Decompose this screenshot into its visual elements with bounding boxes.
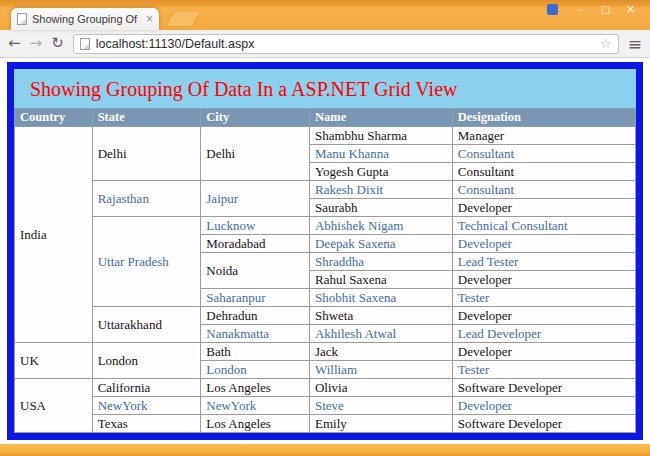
- grid-cell: Delhi: [92, 127, 201, 181]
- data-grid: CountryStateCityNameDesignation IndiaDel…: [14, 108, 636, 433]
- grid-header-row: CountryStateCityNameDesignation: [15, 109, 636, 127]
- grid-cell: Developer: [452, 235, 635, 253]
- grid-header-cell: Country: [15, 109, 93, 127]
- grid-cell: Akhilesh Atwal: [309, 325, 452, 343]
- grid-cell: William: [309, 361, 452, 379]
- page-content: Showing Grouping Of Data In a ASP.NET Gr…: [0, 58, 650, 444]
- grid-row: RajasthanJaipurRakesh DixitConsultant: [15, 181, 636, 199]
- grid-cell: Delhi: [201, 127, 310, 181]
- refresh-icon[interactable]: ↻: [51, 36, 64, 51]
- grid-cell: Jaipur: [201, 181, 310, 217]
- grid-header-cell: City: [201, 109, 310, 127]
- back-icon[interactable]: ←: [8, 36, 21, 51]
- grid-cell: Uttarakhand: [92, 307, 201, 343]
- grid-cell: Abhishek Nigam: [309, 217, 452, 235]
- grid-cell: Tester: [452, 289, 635, 307]
- grid-cell: California: [92, 379, 201, 397]
- grid-cell: Software Developer: [452, 415, 635, 433]
- grid-cell: NewYork: [92, 397, 201, 415]
- browser-window: Showing Grouping Of Dat × – □ × ← → ↻ lo…: [0, 0, 650, 456]
- grid-cell: NewYork: [201, 397, 310, 415]
- grid-cell: Uttar Pradesh: [92, 217, 201, 307]
- url-text[interactable]: localhost:11130/Default.aspx: [96, 37, 594, 51]
- grid-cell: Shweta: [309, 307, 452, 325]
- grid-row: UttarakhandDehradunShwetaDeveloper: [15, 307, 636, 325]
- grid-row: IndiaDelhiDelhiShambhu SharmaManager: [15, 127, 636, 145]
- grid-cell: Bath: [201, 343, 310, 361]
- grid-cell: Deepak Saxena: [309, 235, 452, 253]
- grid-cell: Consultant: [452, 145, 635, 163]
- grid-row: Uttar PradeshLucknowAbhishek NigamTechni…: [15, 217, 636, 235]
- grid-cell: Lead Tester: [452, 253, 635, 271]
- grid-cell: Rahul Saxena: [309, 271, 452, 289]
- grid-cell: Shobhit Saxena: [309, 289, 452, 307]
- forward-icon[interactable]: →: [30, 36, 43, 51]
- browser-toolbar: ← → ↻ localhost:11130/Default.aspx ☆ ≡: [0, 30, 650, 58]
- grid-header-cell: Designation: [452, 109, 635, 127]
- bookmark-star-icon[interactable]: ☆: [600, 37, 612, 50]
- grid-cell: UK: [15, 343, 93, 379]
- grid-cell: Saharanpur: [201, 289, 310, 307]
- grid-cell: Shambhu Sharma: [309, 127, 452, 145]
- grid-cell: Lucknow: [201, 217, 310, 235]
- grid-cell: Developer: [452, 271, 635, 289]
- maximize-button[interactable]: □: [593, 2, 618, 16]
- window-controls: – □ ×: [547, 2, 643, 16]
- window-title-bar: Showing Grouping Of Dat × – □ ×: [0, 0, 650, 30]
- grid-cell: Steve: [309, 397, 452, 415]
- grid-cell: London: [92, 343, 201, 379]
- grid-cell: Jack: [309, 343, 452, 361]
- grid-cell: Developer: [452, 307, 635, 325]
- grid-cell: Saurabh: [309, 199, 452, 217]
- grid-cell: Technical Consultant: [452, 217, 635, 235]
- grid-cell: Rakesh Dixit: [309, 181, 452, 199]
- grid-cell: Consultant: [452, 163, 635, 181]
- grid-cell: Emily: [309, 415, 452, 433]
- window-bottom-frame: [0, 444, 650, 456]
- close-button[interactable]: ×: [618, 2, 643, 16]
- tab-title: Showing Grouping Of Dat: [32, 13, 141, 25]
- grid-cell: Olivia: [309, 379, 452, 397]
- grid-cell: Developer: [452, 199, 635, 217]
- tab-close-icon[interactable]: ×: [146, 14, 153, 24]
- tab-favicon-icon: [17, 13, 27, 25]
- grid-header-cell: Name: [309, 109, 452, 127]
- new-tab-button[interactable]: [166, 12, 199, 26]
- grid-cell: India: [15, 127, 93, 343]
- grid-row: USACaliforniaLos AngelesOliviaSoftware D…: [15, 379, 636, 397]
- grid-cell: Manager: [452, 127, 635, 145]
- grid-row: NewYorkNewYorkSteveDeveloper: [15, 397, 636, 415]
- grid-cell: Rajasthan: [92, 181, 201, 217]
- grid-cell: Los Angeles: [201, 415, 310, 433]
- grid-cell: Developer: [452, 343, 635, 361]
- grid-cell: Manu Khanna: [309, 145, 452, 163]
- page-icon: [80, 38, 90, 50]
- grid-cell: Nanakmatta: [201, 325, 310, 343]
- grid-cell: Dehradun: [201, 307, 310, 325]
- grid-cell: USA: [15, 379, 93, 433]
- grid-header-cell: State: [92, 109, 201, 127]
- grid-row: UKLondonBathJackDeveloper: [15, 343, 636, 361]
- page-frame: Showing Grouping Of Data In a ASP.NET Gr…: [7, 62, 643, 440]
- browser-tab[interactable]: Showing Grouping Of Dat ×: [10, 7, 160, 30]
- grid-cell: Yogesh Gupta: [309, 163, 452, 181]
- menu-icon[interactable]: ≡: [628, 36, 642, 52]
- grid-cell: Tester: [452, 361, 635, 379]
- grid-cell: Consultant: [452, 181, 635, 199]
- grid-cell: Lead Developer: [452, 325, 635, 343]
- address-bar[interactable]: localhost:11130/Default.aspx ☆: [73, 34, 619, 54]
- grid-row: TexasLos AngelesEmilySoftware Developer: [15, 415, 636, 433]
- minimize-button[interactable]: –: [568, 2, 593, 16]
- grid-cell: Developer: [452, 397, 635, 415]
- grid-cell: Moradabad: [201, 235, 310, 253]
- page-title: Showing Grouping Of Data In a ASP.NET Gr…: [14, 69, 636, 108]
- grid-cell: Software Developer: [452, 379, 635, 397]
- window-badge-icon: [547, 4, 558, 15]
- grid-cell: Noida: [201, 253, 310, 289]
- grid-cell: Los Angeles: [201, 379, 310, 397]
- grid-cell: London: [201, 361, 310, 379]
- grid-cell: Shraddha: [309, 253, 452, 271]
- grid-cell: Texas: [92, 415, 201, 433]
